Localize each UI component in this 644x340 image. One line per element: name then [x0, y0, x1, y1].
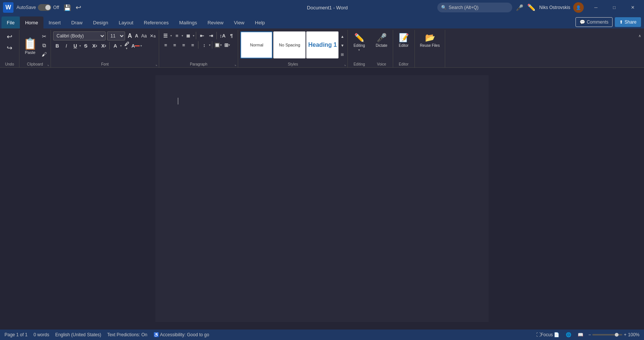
editing-button[interactable]: ✏️ Editing ▾ — [351, 31, 367, 53]
numbering-button[interactable]: ≡ — [173, 31, 181, 40]
bullets-dropdown[interactable]: ▾ — [170, 34, 172, 37]
borders-button[interactable]: ⊞ ▾ — [223, 41, 231, 49]
text-effects-dropdown[interactable]: ▾ — [120, 44, 122, 48]
multilevel-dropdown[interactable]: ▾ — [193, 34, 194, 37]
text-effects-button[interactable]: A — [111, 42, 119, 50]
tab-layout[interactable]: Layout — [113, 16, 139, 28]
align-right-button[interactable]: ≡ — [179, 41, 188, 49]
shrink-font-button[interactable]: A — [134, 31, 140, 40]
underline-button[interactable]: U — [71, 42, 79, 50]
maximize-button[interactable]: □ — [606, 2, 623, 13]
reuse-files-button[interactable]: 📂 Reuse Files — [418, 31, 442, 49]
indent-decrease-button[interactable]: ⇤ — [198, 31, 206, 40]
zoom-out-button[interactable]: − — [588, 332, 591, 337]
sort-button[interactable]: ↕A — [218, 31, 227, 40]
styles-expand-icon[interactable]: ⌞ — [344, 63, 346, 66]
mic-icon[interactable]: 🎤 — [516, 4, 523, 11]
zoom-in-button[interactable]: + — [624, 332, 626, 337]
paragraph-expand-icon[interactable]: ⌞ — [235, 63, 236, 66]
undo-button[interactable]: ↩ — [4, 31, 15, 42]
clear-formatting-button[interactable]: ✕a — [149, 31, 157, 40]
numbering-dropdown[interactable]: ▾ — [182, 34, 183, 37]
font-color-dropdown[interactable]: ▾ — [140, 44, 142, 48]
font-family-select[interactable]: Calibri (Body) — [53, 31, 106, 40]
shading-dropdown[interactable]: ▾ — [220, 43, 222, 47]
cut-button[interactable]: ✂ — [40, 33, 48, 40]
document-page[interactable] — [155, 75, 489, 322]
undo-redo-icon[interactable]: ↩ — [76, 3, 81, 12]
tab-review[interactable]: Review — [202, 16, 229, 28]
subscript-button[interactable]: X2 — [91, 42, 99, 50]
justify-button[interactable]: ≡ — [188, 41, 197, 49]
tab-insert[interactable]: Insert — [43, 16, 66, 28]
change-case-button[interactable]: Aa — [140, 31, 148, 40]
font-color-button[interactable]: A — [131, 42, 140, 50]
paste-label: Paste — [25, 50, 35, 55]
tab-references[interactable]: References — [139, 16, 174, 28]
search-box[interactable]: 🔍 Search (Alt+Q) — [437, 3, 512, 12]
styles-more[interactable]: ⊞ — [339, 50, 345, 58]
redo-button[interactable]: ↪ — [4, 43, 15, 53]
autosave-state: Off — [53, 5, 59, 10]
accessibility-status[interactable]: ♿ Accessibility: Good to go — [154, 332, 209, 337]
font-separator — [109, 42, 110, 49]
shading-button[interactable]: 🔲 ▾ — [214, 41, 222, 49]
print-layout-button[interactable]: 📄 — [552, 331, 561, 338]
close-button[interactable]: ✕ — [624, 2, 641, 13]
font-size-select[interactable]: 11 — [107, 31, 125, 40]
italic-button[interactable]: I — [62, 42, 70, 50]
style-heading1-card[interactable]: Heading 1 — [306, 31, 338, 58]
indent-increase-button[interactable]: ⇥ — [207, 31, 215, 40]
tab-view[interactable]: View — [229, 16, 250, 28]
save-button[interactable]: 💾 — [62, 2, 73, 13]
highlight-button[interactable]: 🖊 ▾ — [122, 42, 131, 50]
underline-dropdown[interactable]: ▾ — [79, 44, 81, 48]
style-no-spacing-card[interactable]: No Spacing — [273, 31, 306, 58]
language[interactable]: English (United States) — [55, 332, 101, 337]
clipboard-expand-icon[interactable]: ⌞ — [48, 63, 49, 66]
focus-button[interactable]: ⛶ Focus — [540, 331, 549, 338]
zoom-slider[interactable] — [592, 334, 622, 336]
tab-design[interactable]: Design — [88, 16, 113, 28]
minimize-button[interactable]: ─ — [587, 2, 604, 13]
style-normal-card[interactable]: Normal — [240, 31, 273, 58]
tab-home[interactable]: Home — [20, 16, 43, 28]
autosave-toggle[interactable] — [38, 4, 51, 11]
strikethrough-button[interactable]: S — [82, 42, 90, 50]
copy-button[interactable]: ⧉ — [40, 42, 48, 49]
styles-scroll-up[interactable]: ▲ — [339, 32, 345, 40]
tab-help[interactable]: Help — [250, 16, 270, 28]
bullets-button[interactable]: ☰ — [161, 31, 170, 40]
multilevel-button[interactable]: ≣ — [184, 31, 192, 40]
ribbon-collapse-button[interactable]: ∧ — [637, 31, 643, 40]
align-left-button[interactable]: ≡ — [161, 41, 170, 49]
editor-group-label: Editor — [393, 62, 414, 66]
highlight-dropdown[interactable]: ▾ — [126, 47, 127, 50]
editing-dropdown[interactable]: ▾ — [358, 48, 360, 52]
web-layout-button[interactable]: 🌐 — [564, 331, 572, 338]
line-spacing-dropdown[interactable]: ▾ — [209, 43, 210, 47]
share-button[interactable]: ⬆ Share — [615, 17, 641, 27]
grow-font-button[interactable]: A — [127, 31, 133, 40]
font-expand-icon[interactable]: ⌞ — [156, 63, 157, 66]
borders-dropdown[interactable]: ▾ — [228, 43, 230, 47]
paste-button[interactable]: 📋 Paste — [22, 36, 39, 62]
edit-icon[interactable]: ✏️ — [527, 3, 535, 12]
dictate-button[interactable]: 🎤 Dictate — [373, 31, 389, 49]
voice-group-label: Voice — [370, 62, 392, 66]
align-center-button[interactable]: ≡ — [170, 41, 179, 49]
line-spacing-button[interactable]: ↕ — [200, 41, 208, 49]
tab-file[interactable]: File — [1, 16, 20, 28]
editor-button[interactable]: 📝 Editor — [397, 31, 411, 49]
format-painter-button[interactable]: 🖌 — [40, 51, 48, 58]
tab-mailings[interactable]: Mailings — [174, 16, 203, 28]
styles-scroll-down[interactable]: ▼ — [339, 41, 345, 49]
voice-group: 🎤 Dictate Voice — [370, 30, 393, 67]
read-mode-button[interactable]: 📖 — [576, 331, 584, 338]
text-predictions[interactable]: Text Predictions: On — [107, 332, 147, 337]
comments-button[interactable]: 💬 Comments — [575, 17, 613, 27]
superscript-button[interactable]: X2 — [100, 42, 108, 50]
show-paragraph-button[interactable]: ¶ — [227, 31, 236, 40]
tab-draw[interactable]: Draw — [66, 16, 88, 28]
bold-button[interactable]: B — [53, 42, 61, 50]
